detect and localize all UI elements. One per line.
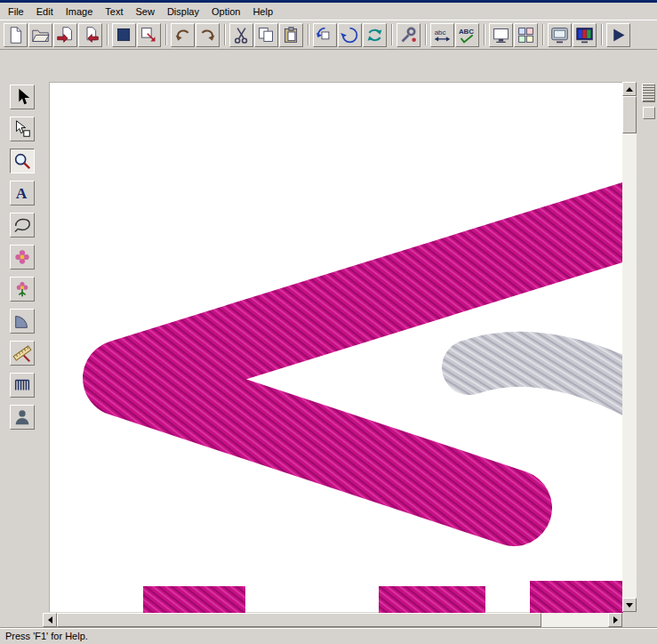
docked-panel-grip[interactable]: [642, 84, 655, 102]
horizontal-scroll-thumb[interactable]: [57, 613, 541, 627]
quarter-shape-icon: [12, 311, 32, 331]
text-tool-button[interactable]: [10, 181, 35, 205]
cut-button[interactable]: [229, 23, 253, 47]
zoom-tool-button[interactable]: [10, 149, 35, 173]
stitch-density-tool-button[interactable]: [10, 373, 35, 398]
toolbar-separator: [224, 24, 226, 45]
right-arrow-icon: [613, 616, 618, 624]
dark-square-icon: [115, 26, 133, 44]
copy-icon: [257, 26, 276, 44]
rotate-arrow-icon: [341, 26, 359, 44]
menu-edit[interactable]: Edit: [30, 4, 60, 19]
select-tool-button[interactable]: [10, 85, 35, 109]
quarter-block-tool-button[interactable]: [10, 309, 35, 334]
redo-button[interactable]: [196, 23, 220, 47]
page-arrow-out-icon: [81, 26, 100, 44]
menu-text[interactable]: Text: [99, 4, 129, 19]
magnifier-icon: [12, 151, 32, 171]
magenta-bar-2[interactable]: [379, 586, 485, 613]
import-button[interactable]: [53, 23, 77, 47]
tool-palette: [10, 85, 35, 437]
folder-icon: [31, 26, 50, 44]
open-button[interactable]: [28, 23, 52, 47]
cursor-arrow-icon: [12, 87, 32, 107]
letter-a-icon: [12, 183, 32, 203]
toolbar-separator: [107, 24, 108, 45]
magenta-bar-3[interactable]: [530, 581, 623, 613]
spell-check-button[interactable]: [455, 23, 479, 47]
run-simulation-button[interactable]: [606, 23, 630, 47]
wrench-icon: [399, 26, 418, 44]
scroll-down-button[interactable]: [622, 598, 637, 612]
freehand-select-tool-button[interactable]: [10, 213, 35, 237]
color-screen-icon: [575, 26, 594, 44]
figure-tool-button[interactable]: [10, 405, 35, 430]
edit-arrow-icon: [12, 119, 32, 139]
design-canvas[interactable]: [49, 82, 622, 612]
toolbar-separator: [484, 24, 485, 45]
screen-icon: [550, 26, 569, 44]
new-button[interactable]: [4, 23, 28, 47]
monitor-view-button[interactable]: [489, 23, 513, 47]
gray-band[interactable]: [469, 359, 623, 392]
fill-tool-button[interactable]: [10, 245, 35, 270]
page-arrow-in-icon: [56, 26, 75, 44]
menu-option[interactable]: Option: [205, 4, 246, 19]
move-block-button[interactable]: [137, 23, 161, 47]
ruler-pencil-icon: [12, 343, 32, 363]
refresh-icon: [365, 26, 384, 44]
transform-button[interactable]: [313, 23, 337, 47]
up-arrow-icon: [626, 87, 633, 92]
rotate-page-icon: [316, 26, 334, 44]
measure-tool-button[interactable]: [10, 341, 35, 366]
horizontal-scrollbar[interactable]: [43, 613, 622, 627]
toolbar-separator: [308, 24, 309, 45]
abc-check-icon: [458, 26, 477, 44]
person-icon: [12, 407, 32, 427]
magenta-bar-1[interactable]: [143, 586, 245, 613]
catalog-button[interactable]: [514, 23, 538, 47]
docked-panel-button[interactable]: [643, 107, 655, 119]
status-bar: Press 'F1' for Help.: [0, 628, 657, 644]
stitch-block-button[interactable]: [112, 23, 136, 47]
vertical-scrollbar[interactable]: [622, 82, 637, 612]
scroll-right-button[interactable]: [608, 613, 622, 627]
monitor-icon: [492, 26, 510, 44]
lasso-icon: [12, 215, 32, 235]
settings-button[interactable]: [397, 23, 421, 47]
menu-image[interactable]: Image: [60, 4, 100, 19]
toolbar-separator: [542, 24, 544, 45]
flower-stem-icon: [12, 279, 32, 299]
letter-spacing-button[interactable]: [430, 23, 454, 47]
toolbar-separator: [425, 24, 427, 45]
toolbar-separator: [391, 24, 393, 45]
copy-button[interactable]: [254, 23, 278, 47]
rotate-button[interactable]: [338, 23, 362, 47]
regenerate-button[interactable]: [363, 23, 387, 47]
redo-icon: [198, 26, 217, 44]
edit-nodes-tool-button[interactable]: [10, 117, 35, 141]
flower-icon: [12, 247, 32, 267]
frames-icon: [517, 26, 535, 44]
menu-sew[interactable]: Sew: [129, 4, 160, 19]
play-icon: [609, 26, 628, 44]
screen-preview-button[interactable]: [548, 23, 572, 47]
undo-button[interactable]: [171, 23, 195, 47]
menu-file[interactable]: File: [2, 4, 30, 19]
vertical-scroll-thumb[interactable]: [622, 96, 637, 133]
menu-display[interactable]: Display: [161, 4, 205, 19]
abc-arrows-icon: [433, 26, 452, 44]
menu-help[interactable]: Help: [246, 4, 279, 19]
paste-icon: [282, 26, 300, 44]
undo-icon: [173, 26, 192, 44]
scroll-up-button[interactable]: [622, 82, 637, 96]
scroll-left-button[interactable]: [43, 613, 57, 627]
sfumato-tool-button[interactable]: [10, 277, 35, 302]
square-arrow-icon: [140, 26, 158, 44]
export-button[interactable]: [78, 23, 102, 47]
toolbar-separator: [165, 24, 167, 45]
scissors-icon: [232, 26, 251, 44]
color-preview-button[interactable]: [573, 23, 597, 47]
paste-button[interactable]: [279, 23, 303, 47]
comb-icon: [12, 375, 32, 395]
